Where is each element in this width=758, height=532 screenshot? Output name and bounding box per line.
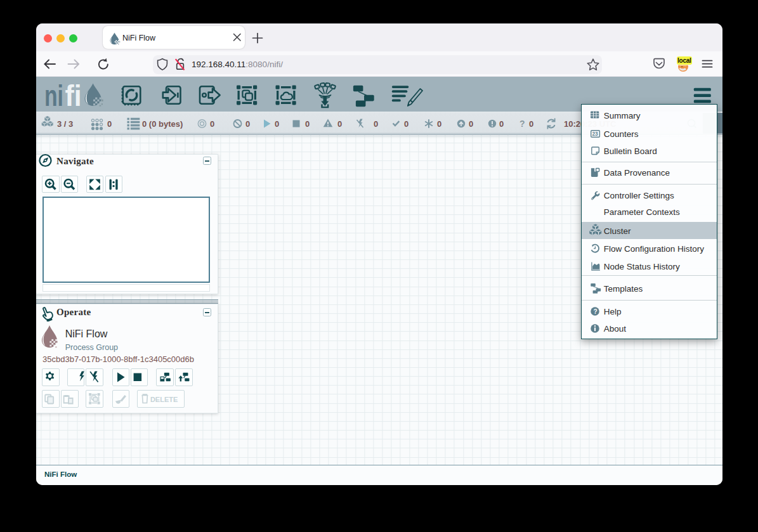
svg-text:?: ? (593, 308, 597, 315)
svg-text:0: 0 (374, 119, 378, 129)
svg-text:0: 0 (337, 119, 342, 129)
svg-text:0: 0 (275, 119, 279, 129)
svg-text:0: 0 (107, 119, 112, 129)
svg-text:fi: fi (65, 79, 82, 112)
svg-text:0: 0 (245, 119, 250, 129)
svg-text:?: ? (519, 119, 525, 129)
svg-text:0: 0 (305, 119, 310, 129)
svg-text:DELETE: DELETE (150, 396, 178, 403)
svg-text:0: 0 (529, 119, 533, 129)
svg-text:0: 0 (210, 119, 214, 129)
svg-text:0 (0 bytes): 0 (0 bytes) (142, 119, 183, 129)
svg-text:0: 0 (499, 119, 504, 129)
svg-text:ni: ni (44, 79, 63, 112)
svg-text:0: 0 (404, 119, 408, 129)
svg-text:0: 0 (437, 119, 441, 129)
svg-text:0: 0 (469, 119, 473, 129)
svg-text:3 / 3: 3 / 3 (57, 119, 73, 129)
svg-text:NiFi Flow: NiFi Flow (122, 34, 156, 42)
svg-text:23: 23 (592, 131, 598, 137)
